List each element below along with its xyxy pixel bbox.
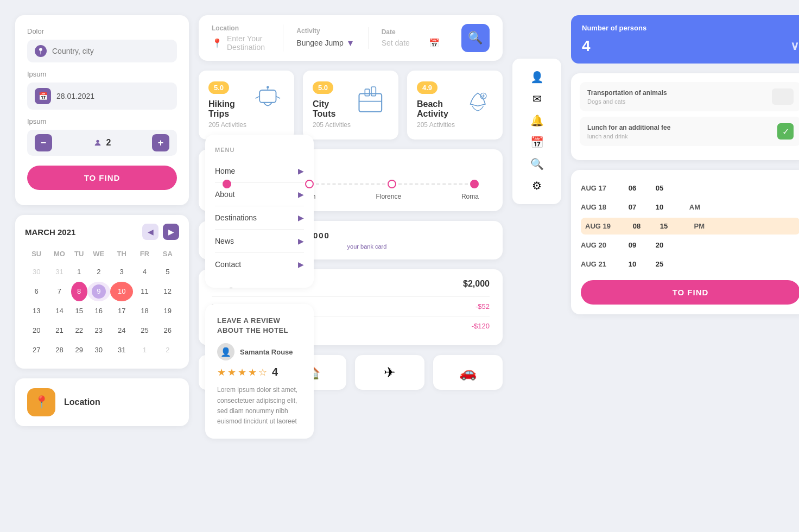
cal-next-btn[interactable]: ▶ — [163, 224, 179, 240]
activity-info-1: 5.0 City Touts 205 Activities — [313, 81, 352, 129]
location-input-wrap[interactable] — [27, 40, 177, 62]
svg-rect-1 — [260, 90, 276, 103]
date-input-wrap[interactable]: 📅 28.01.2021 — [27, 83, 177, 110]
date-set: Set date — [382, 39, 410, 47]
cal-day[interactable]: 6 — [25, 282, 48, 301]
calendar-card: MARCH 2021 ◀ ▶ SUMOTUWETHFRSA 3031123456… — [15, 215, 189, 369]
cal-day[interactable]: 29 — [71, 340, 87, 360]
activity-card-0[interactable]: 5.0 Hiking Trips 205 Activities — [199, 71, 294, 140]
time-row-1: AUG 18 07 10 AM — [581, 199, 799, 216]
activity-card-2[interactable]: 4.9 Beach Activity 205 Activities — [407, 71, 503, 140]
ipsum-label2: Ipsum — [27, 117, 177, 125]
tp-find-button[interactable]: TO FIND — [581, 280, 799, 305]
svg-line-4 — [256, 96, 260, 98]
cal-day[interactable]: 10 — [110, 282, 133, 301]
activity-field-value: Bungee Jump ▾ — [296, 37, 354, 49]
cal-day[interactable]: 11 — [133, 282, 156, 301]
search-button[interactable]: 🔍 — [461, 24, 490, 52]
time-picker-card: AUG 17 06 05 AUG 18 07 10 AM AUG 19 08 1… — [571, 170, 799, 314]
stars: ★★★★☆4 — [217, 366, 302, 378]
cal-day[interactable]: 2 — [87, 262, 110, 282]
activity-row: 5.0 Hiking Trips 205 Activities 5.0 City… — [199, 71, 503, 140]
cal-day[interactable]: 13 — [25, 301, 48, 321]
cal-day[interactable]: 16 — [87, 301, 110, 321]
nav-btn-car-icon[interactable]: 🚗 — [433, 355, 503, 390]
activity-count-2: 205 Activities — [417, 121, 463, 129]
persons-value: 4 — [582, 37, 591, 55]
calendar-side-icon[interactable]: 📅 — [526, 131, 548, 153]
svg-point-3 — [267, 86, 269, 88]
menu-item-contact[interactable]: Contact▶ — [215, 253, 304, 276]
svg-rect-8 — [371, 87, 376, 96]
cal-day[interactable]: 27 — [25, 340, 48, 360]
cal-day[interactable]: 23 — [87, 321, 110, 340]
cal-day[interactable]: 31 — [110, 340, 133, 360]
cal-day[interactable]: 26 — [156, 321, 179, 340]
cal-day[interactable]: 19 — [156, 301, 179, 321]
transport-sub: Dogs and cats — [587, 98, 667, 105]
cal-day[interactable]: 12 — [156, 282, 179, 301]
transport-title: Transportation of animals — [587, 89, 667, 97]
cal-day[interactable]: 15 — [71, 301, 87, 321]
cal-day[interactable]: 22 — [71, 321, 87, 340]
time-rows: AUG 17 06 05 AUG 18 07 10 AM AUG 19 08 1… — [581, 180, 799, 273]
menu-text-1: About — [215, 190, 235, 199]
cal-day[interactable]: 1 — [71, 262, 87, 282]
location-label: Location — [64, 397, 100, 407]
cal-day[interactable]: 18 — [133, 301, 156, 321]
cal-day[interactable]: 7 — [48, 282, 71, 301]
time-row-4: AUG 21 10 25 — [581, 256, 799, 273]
cal-day[interactable]: 30 — [87, 340, 110, 360]
stepper-minus[interactable]: − — [35, 134, 52, 151]
cal-day[interactable]: 24 — [110, 321, 133, 340]
cal-day[interactable]: 5 — [156, 262, 179, 282]
calendar-header: MARCH 2021 ◀ ▶ — [25, 224, 179, 240]
find-button[interactable]: TO FIND — [27, 166, 177, 190]
svg-line-5 — [276, 96, 281, 98]
cal-day[interactable]: 30 — [25, 262, 48, 282]
cal-day[interactable]: 25 — [133, 321, 156, 340]
activity-icon-1 — [352, 81, 389, 119]
activity-field-label: Activity — [296, 27, 354, 35]
cal-day[interactable]: 14 — [48, 301, 71, 321]
mail-icon[interactable]: ✉ — [526, 88, 548, 110]
menu-item-news[interactable]: News▶ — [215, 230, 304, 253]
cal-day[interactable]: 20 — [25, 321, 48, 340]
menu-text-4: Contact — [215, 260, 241, 269]
cal-day[interactable]: 4 — [133, 262, 156, 282]
cal-day[interactable]: 3 — [110, 262, 133, 282]
cal-day[interactable]: 17 — [110, 301, 133, 321]
star-1: ★ — [227, 366, 236, 378]
star-4: ☆ — [258, 366, 267, 378]
rating-badge-2: 4.9 — [417, 81, 437, 94]
activity-card-1[interactable]: 5.0 City Touts 205 Activities — [303, 71, 398, 140]
time-m-4: 25 — [646, 260, 673, 268]
left-panel: Dolor Ipsum 📅 28.01.2021 Ipsum − 2 + TO … — [15, 15, 189, 426]
cal-day[interactable]: 21 — [48, 321, 71, 340]
activity-icon-2 — [463, 81, 493, 119]
cal-day[interactable]: 8 — [71, 282, 87, 301]
lunch-check[interactable]: ✓ — [777, 123, 794, 140]
stepper-wrap: − 2 + — [27, 130, 177, 156]
stepper-plus[interactable]: + — [152, 134, 169, 151]
bell-icon[interactable]: 🔔 — [526, 110, 548, 131]
cal-day[interactable]: 31 — [48, 262, 71, 282]
right-panel: Number of persons 4 ∨ Transportation of … — [571, 15, 799, 314]
search-side-icon[interactable]: 🔍 — [526, 153, 548, 175]
cal-day[interactable]: 1 — [133, 340, 156, 360]
transport-toggle[interactable] — [772, 88, 794, 105]
cal-day[interactable]: 2 — [156, 340, 179, 360]
cal-day[interactable]: 28 — [48, 340, 71, 360]
time-ampm-2: PM — [677, 222, 705, 230]
persons-chevron[interactable]: ∨ — [790, 39, 799, 53]
cal-prev-btn[interactable]: ◀ — [142, 224, 158, 240]
cal-day[interactable]: 9 — [87, 282, 110, 301]
transport-option: Transportation of animals Dogs and cats — [580, 82, 799, 111]
location-input[interactable] — [52, 47, 169, 55]
menu-item-destinations[interactable]: Destinations▶ — [215, 206, 304, 230]
settings-icon[interactable]: ⚙ — [526, 175, 548, 197]
svg-point-0 — [96, 140, 99, 143]
nav-btn-flight-icon[interactable]: ✈ — [355, 355, 424, 390]
user-icon[interactable]: 👤 — [526, 66, 548, 88]
dolor-label: Dolor — [27, 27, 177, 35]
